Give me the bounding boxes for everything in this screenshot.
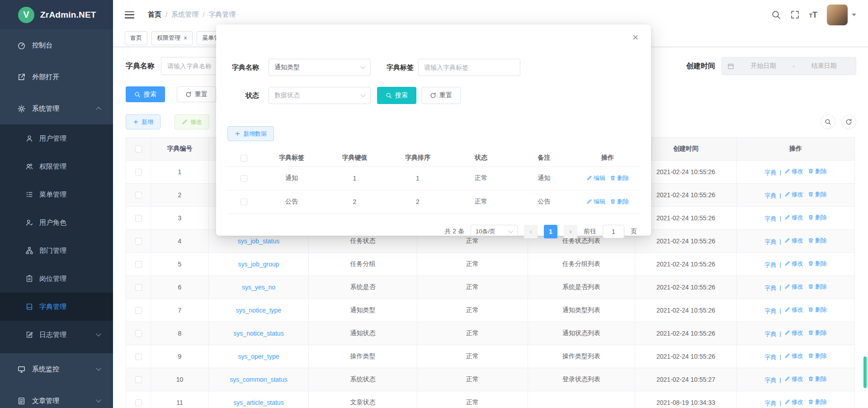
row-edit-link[interactable]: 修改	[784, 260, 803, 268]
add-button[interactable]: 新增	[126, 114, 160, 129]
row-edit-link[interactable]: 修改	[784, 167, 803, 176]
modal-select-all-checkbox[interactable]	[241, 155, 247, 161]
date-range-picker[interactable]: 开始日期 - 结束日期	[722, 57, 856, 75]
dict-label-input[interactable]	[418, 59, 520, 76]
modal-row-edit-link[interactable]: 编辑	[586, 174, 605, 182]
dict-data-link[interactable]: 字典	[764, 261, 776, 268]
row-delete-link[interactable]: 删除	[808, 329, 827, 337]
dict-type-link[interactable]: sys_notice_status	[233, 330, 283, 337]
row-delete-link[interactable]: 删除	[808, 213, 827, 222]
refresh-button[interactable]	[841, 114, 856, 129]
row-checkbox[interactable]	[135, 238, 142, 245]
dict-type-link[interactable]: sys_job_group	[238, 261, 279, 268]
select-all-checkbox[interactable]	[135, 146, 142, 152]
breadcrumb-system[interactable]: 系统管理	[171, 10, 198, 19]
row-checkbox[interactable]	[135, 353, 142, 360]
sidebar-item-external[interactable]: 外部打开	[0, 61, 113, 93]
dict-data-link[interactable]: 字典	[764, 238, 776, 245]
dict-data-link[interactable]: 字典	[764, 353, 776, 360]
row-edit-link[interactable]: 修改	[784, 329, 803, 337]
row-delete-link[interactable]: 删除	[808, 167, 827, 176]
reset-button[interactable]: 重置	[177, 86, 216, 102]
modal-row-delete-link[interactable]: 删除	[610, 174, 629, 182]
dict-type-link[interactable]: sys_oper_type	[238, 353, 279, 360]
sidebar-item-users[interactable]: 用户管理	[0, 124, 113, 152]
avatar[interactable]	[827, 5, 848, 25]
sidebar-item-dashboard[interactable]: 控制台	[0, 29, 113, 61]
hamburger-icon[interactable]	[125, 11, 134, 19]
search-button[interactable]: 搜索	[126, 86, 165, 102]
row-delete-link[interactable]: 删除	[808, 260, 827, 268]
dict-data-link[interactable]: 字典	[764, 376, 776, 383]
scrollbar-thumb[interactable]	[863, 356, 867, 388]
row-delete-link[interactable]: 删除	[808, 398, 827, 406]
dict-type-link[interactable]: sys_common_status	[230, 376, 288, 383]
dict-type-link[interactable]: sys_article_status	[233, 399, 283, 406]
row-delete-link[interactable]: 删除	[808, 375, 827, 383]
row-edit-link[interactable]: 修改	[784, 237, 803, 245]
row-delete-link[interactable]: 删除	[808, 190, 827, 199]
row-delete-link[interactable]: 删除	[808, 352, 827, 360]
sidebar-item-departments[interactable]: 部门管理	[0, 237, 113, 265]
goto-page-input[interactable]	[603, 225, 624, 238]
sidebar-item-permissions[interactable]: 权限管理	[0, 152, 113, 180]
row-edit-link[interactable]: 修改	[784, 352, 803, 360]
row-checkbox[interactable]	[135, 192, 142, 199]
tab-home[interactable]: 首页	[125, 31, 147, 45]
close-icon[interactable]: ×	[632, 33, 638, 43]
sidebar-item-logs[interactable]: 日志管理	[0, 321, 113, 349]
dict-type-link[interactable]: sys_job_status	[238, 237, 280, 245]
row-checkbox[interactable]	[135, 261, 142, 268]
dict-name-select[interactable]: 通知类型	[269, 59, 371, 76]
row-delete-link[interactable]: 删除	[808, 283, 827, 291]
row-delete-link[interactable]: 删除	[808, 237, 827, 245]
row-edit-link[interactable]: 修改	[784, 283, 803, 291]
dict-data-link[interactable]: 字典	[764, 215, 776, 222]
sidebar-item-dictionary[interactable]: 字典管理	[0, 293, 113, 321]
search-icon[interactable]	[771, 10, 781, 19]
row-checkbox[interactable]	[135, 169, 142, 176]
sidebar-item-monitor[interactable]: 系统监控	[0, 353, 113, 385]
add-data-button[interactable]: 新增数据	[227, 126, 274, 141]
dict-data-link[interactable]: 字典	[764, 307, 776, 314]
modal-reset-button[interactable]: 重置	[421, 87, 461, 104]
row-delete-link[interactable]: 删除	[808, 306, 827, 314]
row-edit-link[interactable]: 修改	[784, 213, 803, 222]
row-checkbox[interactable]	[135, 330, 142, 337]
dict-data-link[interactable]: 字典	[764, 330, 776, 337]
row-checkbox[interactable]	[135, 307, 142, 314]
page-size-select[interactable]: 10条/页	[471, 225, 518, 238]
modal-row-delete-link[interactable]: 删除	[610, 198, 629, 206]
row-edit-link[interactable]: 修改	[784, 375, 803, 383]
dict-data-link[interactable]: 字典	[764, 284, 776, 291]
sidebar-item-roles[interactable]: 用户角色	[0, 209, 113, 237]
next-page-button[interactable]: ›	[564, 225, 577, 238]
dict-data-link[interactable]: 字典	[764, 192, 776, 199]
sidebar-item-menus[interactable]: 菜单管理	[0, 180, 113, 209]
sidebar-item-articles[interactable]: 文章管理	[0, 385, 113, 408]
sidebar-item-posts[interactable]: 岗位管理	[0, 265, 113, 293]
tab-permissions[interactable]: 权限管理 ×	[151, 31, 193, 45]
row-checkbox[interactable]	[135, 399, 142, 406]
row-checkbox[interactable]	[135, 376, 142, 383]
fullscreen-icon[interactable]	[790, 10, 800, 19]
prev-page-button[interactable]: ‹	[524, 225, 538, 238]
row-checkbox[interactable]	[135, 215, 142, 222]
sidebar-item-system[interactable]: 系统管理	[0, 93, 113, 124]
dict-data-link[interactable]: 字典	[764, 169, 776, 176]
breadcrumb-home[interactable]: 首页	[148, 10, 161, 19]
modal-search-button[interactable]: 搜索	[377, 87, 416, 104]
row-edit-link[interactable]: 修改	[784, 398, 803, 406]
close-icon[interactable]: ×	[184, 35, 187, 41]
modal-row-edit-link[interactable]: 编辑	[586, 198, 605, 206]
modal-row-checkbox[interactable]	[241, 175, 247, 182]
edit-button[interactable]: 修改	[175, 114, 209, 129]
show-search-button[interactable]	[821, 114, 835, 129]
dict-type-link[interactable]: sys_yes_no	[242, 284, 275, 291]
dict-data-link[interactable]: 字典	[764, 399, 776, 406]
user-menu[interactable]	[827, 5, 856, 25]
modal-row-checkbox[interactable]	[241, 199, 247, 205]
status-select[interactable]: 数据状态	[269, 87, 371, 104]
row-edit-link[interactable]: 修改	[784, 306, 803, 314]
current-page-button[interactable]: 1	[544, 225, 557, 238]
